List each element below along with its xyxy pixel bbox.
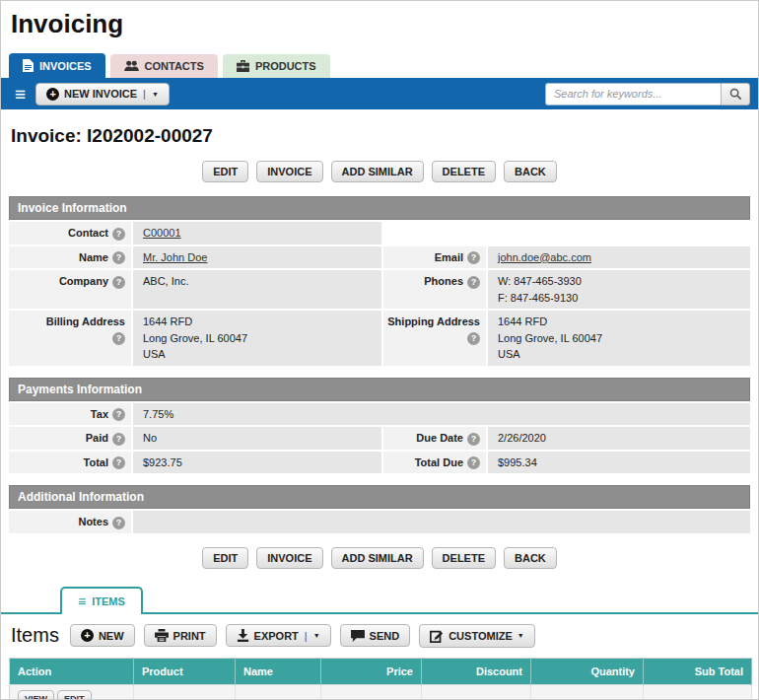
edit-button[interactable]: EDIT: [202, 161, 248, 182]
tab-products[interactable]: PRODUCTS: [223, 54, 330, 78]
invoice-document-icon: [23, 59, 34, 72]
chevron-down-icon[interactable]: ▼: [313, 632, 320, 639]
tax-value: 7.75%: [133, 403, 750, 426]
pencil-square-icon: [430, 629, 444, 643]
printer-icon: [155, 629, 169, 642]
help-icon[interactable]: ?: [467, 332, 480, 345]
billing-address-value: 1644 RFD Long Grove, IL 60047 USA: [133, 311, 381, 366]
help-icon[interactable]: ?: [112, 456, 125, 469]
new-item-button[interactable]: + NEW: [70, 624, 135, 647]
export-button[interactable]: EXPORT | ▼: [226, 624, 331, 647]
new-invoice-label: NEW INVOICE: [64, 88, 137, 100]
invoice-button[interactable]: INVOICE: [256, 161, 322, 182]
name-value: Mr. John Doe: [133, 246, 381, 269]
sub-total-cell: $23.75: [644, 684, 752, 700]
additional-information-section: Additional Information Notes?: [9, 485, 750, 533]
delete-button[interactable]: DELETE: [432, 161, 496, 182]
new-invoice-button[interactable]: + NEW INVOICE | ▼: [35, 83, 170, 105]
print-button[interactable]: PRINT: [144, 624, 217, 647]
tab-products-label: PRODUCTS: [255, 60, 316, 72]
contact-label: Contact?: [9, 222, 131, 245]
invoice-button[interactable]: INVOICE: [256, 547, 322, 569]
button-separator: |: [305, 630, 308, 642]
tab-invoices-label: INVOICES: [39, 60, 92, 72]
phone-work: W: 847-465-3930: [498, 273, 740, 290]
phones-label: Phones?: [383, 270, 486, 309]
help-icon[interactable]: ?: [467, 276, 480, 289]
search-button[interactable]: [721, 83, 750, 105]
table-header-row: Action Product Name Price Discount Quant…: [10, 658, 752, 684]
contacts-people-icon: [124, 60, 139, 72]
tab-invoices[interactable]: INVOICES: [9, 53, 105, 78]
help-icon[interactable]: ?: [112, 228, 125, 241]
name-link[interactable]: Mr. John Doe: [143, 251, 207, 263]
phones-value: W: 847-465-3930 F: 847-465-9130: [488, 270, 750, 309]
contact-link[interactable]: C00001: [143, 227, 181, 239]
send-button[interactable]: SEND: [340, 624, 411, 647]
help-icon[interactable]: ?: [467, 456, 480, 469]
download-icon: [237, 629, 249, 642]
total-due-label: Total Due?: [383, 452, 486, 474]
invoice-information-section: Invoice Information Contact? C00001 Name…: [9, 196, 750, 366]
invoicing-app: Invoicing INVOICES CONTACTS PRODUCTS ≡ +…: [0, 0, 759, 700]
chevron-down-icon[interactable]: ▼: [152, 91, 159, 98]
billing-address-label: Billing Address?: [9, 311, 131, 366]
email-label: Email?: [383, 246, 486, 269]
items-toolbar: Items + NEW PRINT EXPORT | ▼ SEND CUSTOM…: [1, 614, 758, 656]
add-similar-button[interactable]: ADD SIMILAR: [331, 161, 424, 182]
paid-label: Paid?: [9, 427, 131, 450]
search-input[interactable]: [545, 83, 721, 105]
toolbar: ≡ + NEW INVOICE | ▼: [1, 78, 758, 109]
customize-button[interactable]: CUSTOMIZE ▼: [419, 624, 535, 648]
delete-button[interactable]: DELETE: [432, 547, 496, 569]
name-label: Name?: [9, 246, 131, 269]
due-date-value: 2/26/2020: [488, 427, 750, 450]
price-cell: $25.00: [321, 684, 422, 700]
edit-button[interactable]: EDIT: [202, 547, 248, 569]
help-icon[interactable]: ?: [112, 433, 125, 446]
tab-contacts[interactable]: CONTACTS: [110, 54, 218, 78]
help-icon[interactable]: ?: [467, 433, 480, 446]
col-quantity: Quantity: [531, 658, 644, 684]
notes-label: Notes?: [9, 511, 131, 533]
help-icon[interactable]: ?: [112, 251, 125, 264]
tab-items-label: ITEMS: [92, 595, 125, 607]
menu-icon[interactable]: ≡: [15, 85, 26, 104]
items-heading: Items: [11, 624, 59, 647]
help-icon[interactable]: ?: [112, 276, 125, 289]
email-value: john.doe@abc.com: [488, 246, 750, 269]
tab-items[interactable]: ≡ ITEMS: [60, 587, 143, 614]
action-button-row-bottom: EDIT INVOICE ADD SIMILAR DELETE BACK: [1, 547, 758, 569]
search-icon: [729, 88, 742, 101]
help-icon[interactable]: ?: [112, 517, 125, 529]
search-box: [545, 83, 750, 105]
chat-bubble-icon: [351, 629, 365, 642]
col-product: Product: [134, 658, 236, 684]
quantity-cell: 1: [531, 684, 644, 700]
paid-value: No: [133, 427, 381, 450]
tab-contacts-label: CONTACTS: [145, 60, 204, 72]
col-sub-total: Sub Total: [644, 658, 752, 684]
back-button[interactable]: BACK: [504, 161, 557, 182]
table-row: VIEWEDITDEL P00004 Lamp $25.00 5% 1 $23.…: [10, 684, 752, 700]
phone-fax: F: 847-465-9130: [498, 290, 740, 307]
main-tabs: INVOICES CONTACTS PRODUCTS: [1, 39, 758, 78]
back-button[interactable]: BACK: [504, 547, 557, 569]
help-icon[interactable]: ?: [467, 251, 480, 264]
edit-row-button[interactable]: EDIT: [57, 690, 92, 700]
help-icon[interactable]: ?: [112, 332, 125, 345]
shipping-address-value: 1644 RFD Long Grove, IL 60047 USA: [488, 311, 750, 366]
total-value: $923.75: [133, 452, 381, 474]
action-button-row-top: EDIT INVOICE ADD SIMILAR DELETE BACK: [1, 161, 758, 182]
view-button[interactable]: VIEW: [18, 690, 54, 700]
section-title: Payments Information: [9, 378, 750, 401]
plus-icon: +: [46, 88, 59, 101]
chevron-down-icon[interactable]: ▼: [518, 632, 524, 639]
col-name: Name: [236, 658, 321, 684]
help-icon[interactable]: ?: [112, 408, 125, 421]
items-table: Action Product Name Price Discount Quant…: [9, 658, 752, 700]
add-similar-button[interactable]: ADD SIMILAR: [331, 547, 424, 569]
email-link[interactable]: john.doe@abc.com: [498, 251, 591, 263]
tax-label: Tax?: [9, 403, 131, 426]
button-separator: |: [143, 88, 146, 100]
